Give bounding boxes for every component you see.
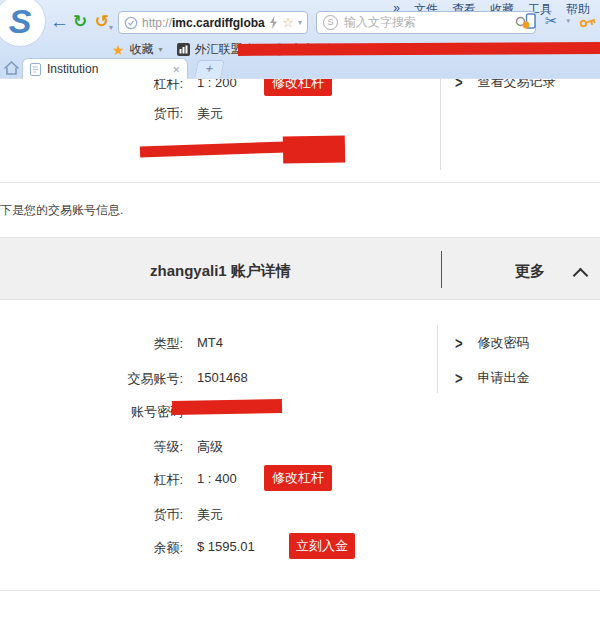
row-leverage: 杠杆: 1 : 400 — [0, 471, 237, 489]
search-engine-icon: S — [323, 15, 338, 30]
deposit-now-button[interactable]: 立刻入金 — [289, 533, 355, 559]
currency-label: 货币: — [0, 105, 183, 123]
row-type: 类型: MT4 — [0, 335, 223, 353]
search-placeholder: 输入文字搜索 — [344, 14, 509, 31]
url-scheme: http:// — [142, 16, 172, 30]
forex-alliance-icon — [177, 43, 190, 56]
redaction-bar — [283, 135, 345, 163]
scissors-dropdown-caret-icon[interactable]: ▾ — [566, 17, 570, 25]
favorites-caret-icon[interactable]: ▾ — [159, 45, 163, 54]
currency-value: 美元 — [197, 105, 223, 123]
toolbar-tools: ✂ ▾ — [522, 12, 597, 30]
redaction-bar — [140, 141, 287, 157]
change-password-label: 修改密码 — [478, 334, 530, 352]
browser-chrome: » 文件 查看 收藏 工具 帮助 S ← ↻ ↺ ▾ http://imc.ca… — [0, 0, 600, 79]
row-currency: 货币: 美元 — [0, 506, 223, 524]
row-balance: 余额: $ 1595.01 — [0, 539, 255, 557]
change-password-link[interactable]: > 修改密码 — [455, 334, 530, 352]
favorites-button[interactable]: 收藏 — [130, 41, 154, 58]
tab-institution[interactable]: Institution × — [22, 58, 188, 79]
level-value: 高级 — [197, 438, 223, 456]
leverage-value: 1 : 400 — [197, 471, 237, 489]
undo-close-button[interactable]: ↺ — [95, 11, 109, 33]
lightning-icon[interactable] — [269, 16, 278, 29]
browser-logo: S — [0, 0, 46, 47]
screenshot-scissors-icon[interactable]: ✂ — [545, 12, 558, 30]
favorites-star-icon[interactable]: ★ — [112, 42, 125, 58]
tab-close-icon[interactable]: × — [172, 63, 180, 76]
type-value: MT4 — [197, 335, 223, 353]
currency-label: 货币: — [0, 506, 183, 524]
mobile-sync-icon[interactable] — [522, 13, 536, 30]
section-divider — [0, 182, 600, 183]
section-divider-vertical — [440, 78, 441, 170]
url-domain: imc.cardiffglobal.cn — [172, 16, 265, 30]
site-security-icon — [124, 16, 138, 30]
address-dropdown-caret-icon[interactable]: ▾ — [298, 18, 302, 27]
password-label: 账号密码 — [0, 403, 183, 421]
trade-account-value: 1501468 — [197, 370, 248, 388]
refresh-button[interactable]: ↻ — [73, 11, 87, 33]
account-title: zhangyali1 账户详情 — [150, 262, 291, 281]
password-key-icon[interactable] — [577, 12, 598, 30]
withdraw-label: 申请出金 — [478, 369, 530, 387]
new-tab-button[interactable]: + — [194, 60, 225, 78]
url-text: http://imc.cardiffglobal.cn/t — [142, 16, 265, 30]
search-input[interactable]: S 输入文字搜索 — [316, 11, 536, 34]
back-button[interactable]: ← — [50, 11, 69, 33]
row-currency-top: 货币: 美元 — [0, 105, 223, 123]
balance-value: $ 1595.01 — [197, 539, 255, 557]
tab-title: Institution — [47, 62, 98, 76]
row-password: 账号密码 — [0, 403, 197, 421]
more-button[interactable]: 更多 — [515, 262, 545, 281]
withdraw-link[interactable]: > 申请出金 — [455, 369, 530, 387]
home-button[interactable] — [3, 60, 20, 76]
redaction-bar — [238, 42, 600, 56]
redaction-bar — [172, 399, 282, 415]
bookmark-star-icon[interactable]: ☆ — [282, 15, 294, 30]
bottom-divider — [0, 590, 600, 591]
chevron-right-icon: > — [455, 369, 463, 388]
currency-value: 美元 — [197, 506, 223, 524]
leverage-label: 杠杆: — [0, 471, 183, 489]
page-content: 杠杆: 1 : 200 修改杠杆 货币: 美元 > 查看交易记录 下是您的交易账… — [0, 0, 600, 636]
collapse-chevron-icon[interactable] — [573, 268, 589, 284]
balance-label: 余额: — [0, 539, 183, 557]
chevron-right-icon: > — [455, 334, 463, 353]
browser-window: 杠杆: 1 : 200 修改杠杆 货币: 美元 > 查看交易记录 下是您的交易账… — [0, 0, 600, 636]
page-icon — [30, 63, 41, 76]
detail-divider-vertical — [437, 325, 438, 393]
trade-account-label: 交易账号: — [0, 370, 183, 388]
type-label: 类型: — [0, 335, 183, 353]
undo-dropdown-caret-icon[interactable]: ▾ — [109, 17, 113, 39]
row-level: 等级: 高级 — [0, 438, 223, 456]
header-divider — [441, 251, 442, 288]
change-leverage-button[interactable]: 修改杠杆 — [264, 465, 332, 491]
account-header-band: zhangyali1 账户详情 更多 — [0, 237, 600, 300]
level-label: 等级: — [0, 438, 183, 456]
row-trade-account: 交易账号: 1501468 — [0, 370, 248, 388]
address-bar[interactable]: http://imc.cardiffglobal.cn/t ☆ ▾ — [118, 11, 308, 34]
intro-text: 下是您的交易账号信息. — [0, 202, 123, 219]
